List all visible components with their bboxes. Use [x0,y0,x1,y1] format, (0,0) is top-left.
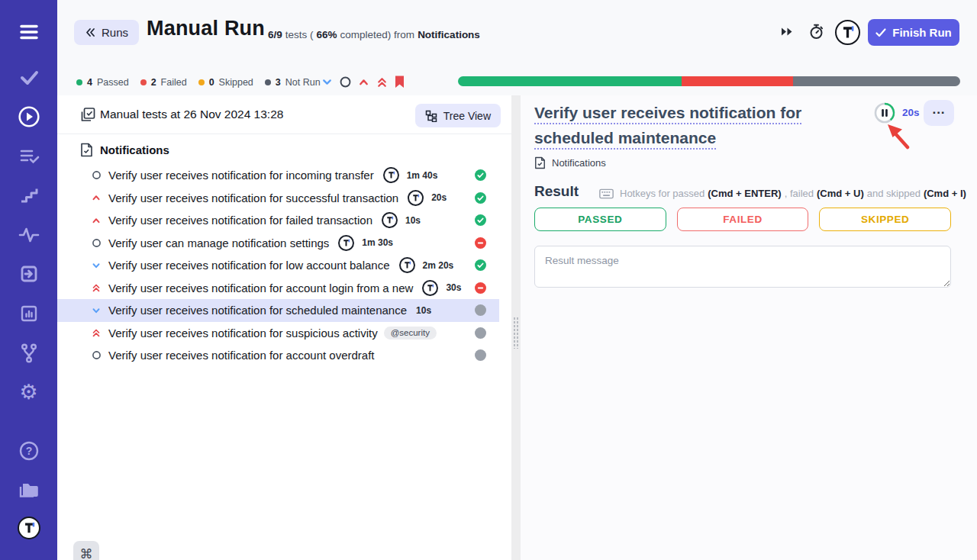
finish-run-button[interactable]: Finish Run [868,19,959,46]
filter-toolbar [321,75,405,89]
brand-logo-icon[interactable] [835,20,860,45]
test-row-selected[interactable]: Verify user receives notification for sc… [57,299,499,322]
app-root: ⚙ ? Runs Manual Run 6/9 tests ( 66% comp… [0,0,977,560]
test-logo-icon [422,280,438,296]
annotation-arrow-icon [885,124,912,153]
suite-folder-label: Notifications [100,143,169,156]
document-check-icon [534,156,546,169]
test-row[interactable]: Verify user receives notification for su… [57,322,499,345]
priority-normal-icon [90,237,102,249]
import-icon[interactable] [0,262,57,285]
resizer-grip-icon [513,317,519,349]
run-progress-bar [458,76,960,86]
bookmark-icon[interactable] [394,75,405,89]
panel-resizer[interactable] [511,95,521,560]
projects-folder-icon[interactable] [0,478,57,501]
detail-breadcrumb[interactable]: Notifications [534,156,606,169]
steps-icon[interactable] [0,184,57,207]
run-header: Manual tests at 26 Nov 2024 13:28 Tree V… [57,95,511,134]
back-to-runs-label: Runs [102,26,128,39]
more-options-button[interactable]: ··· [924,100,954,126]
priority-high-filter-icon[interactable] [357,76,370,89]
status-failed-badge [475,237,486,249]
back-to-runs-button[interactable]: Runs [74,20,139,45]
passed-button[interactable]: PASSED [534,208,666,231]
chevron-down-icon[interactable] [321,76,334,89]
command-key-badge[interactable]: ⌘ [73,541,99,560]
progress-failed-segment [682,76,793,86]
test-row[interactable]: Verify user receives notification for ac… [57,277,499,300]
sidebar: ⚙ ? [0,0,57,560]
branches-icon[interactable] [0,342,57,365]
test-row[interactable]: Verify user receives notification for fa… [57,209,499,232]
detail-breadcrumb-label: Notifications [552,157,606,169]
failed-dot-icon [140,79,147,85]
tests-check-icon[interactable] [0,66,57,89]
progress-passed-segment [458,76,682,86]
run-progress-summary: 6/9 tests ( 66% completed) from Notifica… [268,29,480,40]
priority-low-icon [90,259,102,272]
status-passed-badge [475,192,486,204]
status-notrun-badge [475,327,486,339]
skipped-counter: 0Skipped [198,77,253,88]
help-icon[interactable]: ? [0,439,57,462]
test-row[interactable]: Verify user receives notification for su… [57,187,499,210]
status-notrun-badge [475,304,486,316]
skipped-button[interactable]: SKIPPED [819,208,951,231]
settings-gear-icon[interactable]: ⚙ [0,381,57,404]
result-heading: Result [534,183,579,200]
status-failed-badge [475,282,486,294]
app-logo-icon[interactable] [0,517,57,539]
test-row[interactable]: Verify user receives notification for ac… [57,344,499,367]
finish-run-label: Finish Run [892,26,952,39]
test-logo-icon [408,190,424,206]
tree-view-button[interactable]: Tree View [415,104,501,127]
reports-chart-icon[interactable] [0,302,57,325]
run-title: Manual tests at 26 Nov 2024 13:28 [100,108,283,121]
document-check-icon [80,143,93,157]
test-row[interactable]: Verify user receives notification for in… [57,164,499,187]
fast-forward-icon[interactable] [780,26,794,40]
test-logo-icon [383,167,399,183]
priority-normal-icon [90,169,102,182]
test-detail-panel: Verify user receives notification for sc… [521,95,977,560]
chevrons-left-icon [85,27,95,37]
priority-high-icon [90,214,102,227]
page-title: Manual Run [147,17,265,40]
test-row[interactable]: Verify user can manage notification sett… [57,232,499,255]
priority-highest-icon [90,327,102,339]
stopwatch-icon[interactable] [808,23,825,43]
priority-low-icon [90,304,102,317]
failed-counter: 2Failed [140,77,187,88]
suite-folder[interactable]: Notifications [80,143,169,157]
keyboard-icon [599,188,614,199]
notrun-dot-icon [265,79,271,85]
priority-highest-filter-icon[interactable] [376,76,389,89]
priority-high-icon [90,191,102,204]
pause-timer-button[interactable] [873,101,896,124]
result-message-input[interactable] [534,246,951,288]
check-icon [875,28,886,37]
svg-text:?: ? [25,445,32,457]
menu-icon[interactable] [0,21,57,43]
test-row[interactable]: Verify user receives notification for lo… [57,254,499,277]
status-passed-badge [475,259,486,271]
notrun-counter: 3Not Run [265,77,321,88]
priority-highest-icon [90,282,102,294]
priority-normal-icon [90,349,102,362]
status-counters: 4Passed 2Failed 0Skipped 3Not Run [76,76,321,88]
passed-dot-icon [76,79,82,85]
hotkeys-hint: Hotkeys for passed(Cmd + ENTER), failed(… [599,188,966,199]
tree-view-icon [425,110,437,122]
status-passed-badge [475,169,486,181]
passed-counter: 4Passed [76,77,129,88]
test-logo-icon [399,257,415,273]
analytics-pulse-icon[interactable] [0,223,57,246]
test-plans-icon[interactable] [0,145,57,168]
notrun-filter-icon[interactable] [339,76,352,89]
test-logo-icon [382,212,398,228]
timer-value: 20s [902,107,920,118]
run-play-icon[interactable] [0,105,57,128]
failed-button[interactable]: FAILED [677,208,809,231]
test-rows: Verify user receives notification for in… [57,164,499,367]
